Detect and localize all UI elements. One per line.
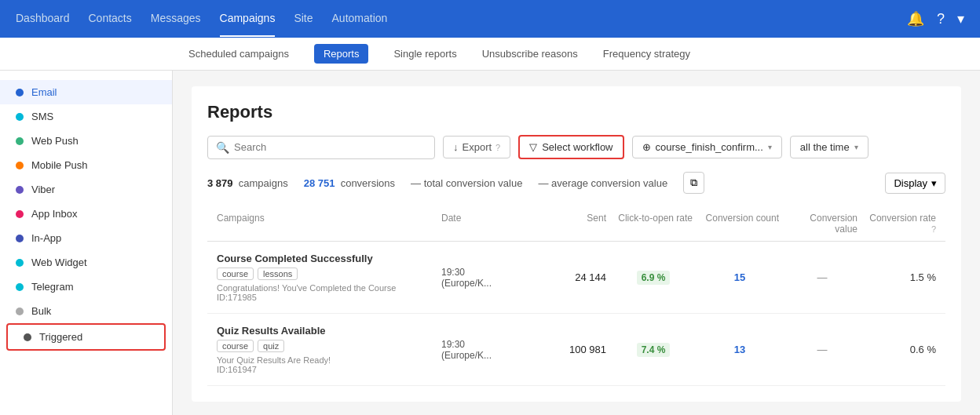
subnav-reports[interactable]: Reports [314, 44, 369, 64]
sidebar-item-webpush[interactable]: Web Push [0, 129, 172, 153]
nav-campaigns[interactable]: Campaigns [220, 1, 276, 37]
col-date: Date [441, 213, 536, 235]
tag-quiz: quiz [258, 340, 284, 352]
bell-icon[interactable]: 🔔 [907, 10, 924, 27]
col-sent: Sent [543, 213, 606, 235]
page-title: Reports [207, 102, 945, 122]
average-conversion-label: — average conversion value [538, 177, 667, 189]
campaign-tags: course lessons [217, 268, 433, 280]
nav-messages[interactable]: Messages [151, 1, 201, 37]
col-campaigns: Campaigns [217, 213, 433, 235]
select-workflow-label: Select workflow [542, 141, 612, 153]
campaign-click-rate: 6.9 % [614, 271, 693, 283]
click-rate-badge: 7.4 % [637, 343, 671, 357]
sidebar-label-inapp: In-App [31, 232, 61, 244]
click-rate-badge: 6.9 % [637, 271, 671, 285]
help-icon[interactable]: ? [937, 11, 945, 27]
sidebar-item-mobilepush[interactable]: Mobile Push [0, 153, 172, 177]
nav-contacts[interactable]: Contacts [89, 1, 132, 37]
campaign-date: 19:30 (Europe/K... [441, 339, 536, 361]
conversion-rate-help-icon[interactable]: ? [931, 224, 936, 234]
sidebar-item-viber[interactable]: Viber [0, 177, 172, 202]
display-label: Display [894, 177, 927, 189]
tag-course: course [217, 268, 254, 280]
campaigns-number: 3 879 [207, 177, 233, 189]
search-icon: 🔍 [216, 141, 229, 154]
sidebar-label-sms: SMS [31, 111, 53, 122]
chevron-down-icon: ▾ [768, 143, 772, 151]
campaign-id: ID:161947 [217, 365, 433, 374]
export-label: Export [463, 141, 492, 153]
tag-lessons: lessons [258, 268, 298, 280]
time-range-dropdown[interactable]: all the time ▾ [790, 136, 868, 158]
display-button[interactable]: Display ▾ [885, 173, 945, 194]
col-conversion-count: Conversion count [700, 213, 779, 235]
copy-button[interactable]: ⧉ [683, 172, 704, 194]
sidebar-label-telegram: Telegram [31, 281, 73, 293]
search-box[interactable]: 🔍 [207, 136, 435, 159]
table-row[interactable]: Quiz Results Available course quiz Your … [207, 314, 945, 386]
time-range-value: all the time [800, 141, 850, 153]
appinbox-dot [16, 210, 24, 218]
export-button[interactable]: ↓ Export ? [443, 136, 510, 158]
sidebar: Email SMS Web Push Mobile Push Viber App… [0, 71, 173, 415]
subnav-unsubscribe[interactable]: Unsubscribe reasons [482, 38, 578, 69]
sidebar-label-appinbox: App Inbox [31, 208, 78, 220]
top-nav-links: Dashboard Contacts Messages Campaigns Si… [16, 1, 387, 37]
sidebar-item-bulk[interactable]: Bulk [0, 299, 172, 323]
sidebar-item-webwidget[interactable]: Web Widget [0, 250, 172, 275]
campaign-conversion-count: 13 [700, 344, 779, 355]
content-panel: Reports 🔍 ↓ Export ? ▽ Select workflow [192, 86, 961, 402]
sidebar-item-telegram[interactable]: Telegram [0, 275, 172, 299]
sidebar-label-webpush: Web Push [31, 135, 79, 147]
chevron-down-icon[interactable]: ▾ [957, 10, 964, 27]
target-icon: ⊕ [642, 141, 651, 153]
stats-row: 3 879 campaigns 28 751 conversions — tot… [207, 172, 945, 194]
sidebar-label-bulk: Bulk [31, 305, 51, 317]
subnav-single-reports[interactable]: Single reports [393, 38, 456, 69]
subnav-scheduled[interactable]: Scheduled campaigns [188, 38, 289, 69]
workflow-filter-dropdown[interactable]: ⊕ course_finish_confirm... ▾ [632, 136, 782, 158]
subnav-frequency[interactable]: Frequency strategy [603, 38, 690, 69]
campaign-sent: 24 144 [543, 271, 606, 283]
main-layout: Email SMS Web Push Mobile Push Viber App… [0, 71, 980, 415]
campaign-info: Quiz Results Available course quiz Your … [217, 325, 433, 374]
campaign-conversion-value: — [787, 271, 858, 283]
nav-automation[interactable]: Automation [332, 1, 388, 37]
search-input[interactable] [234, 141, 426, 153]
filter-icon: ▽ [529, 141, 537, 153]
sidebar-label-webwidget: Web Widget [31, 257, 87, 268]
sidebar-item-inapp[interactable]: In-App [0, 226, 172, 250]
campaign-date: 19:30 (Europe/K... [441, 267, 536, 289]
sidebar-item-sms[interactable]: SMS [0, 104, 172, 129]
select-workflow-button[interactable]: ▽ Select workflow [518, 135, 623, 159]
tag-course: course [217, 340, 254, 352]
triggered-dot [24, 333, 31, 341]
sidebar-item-email[interactable]: Email [0, 80, 172, 104]
campaigns-count: 3 879 campaigns [207, 177, 288, 189]
time-chevron-icon: ▾ [854, 143, 858, 151]
top-navigation: Dashboard Contacts Messages Campaigns Si… [0, 0, 980, 38]
campaign-name: Quiz Results Available [217, 325, 433, 337]
campaign-tags: course quiz [217, 340, 433, 352]
sidebar-item-triggered[interactable]: Triggered [8, 325, 164, 349]
top-nav-actions: 🔔 ? ▾ [907, 10, 964, 27]
campaign-name: Course Completed Successfully [217, 253, 433, 264]
campaign-id: ID:171985 [217, 293, 433, 302]
sidebar-label-viber: Viber [31, 184, 55, 195]
table-row[interactable]: Course Completed Successfully course les… [207, 242, 945, 314]
webpush-dot [16, 137, 24, 145]
sidebar-item-appinbox[interactable]: App Inbox [0, 202, 172, 226]
export-help-icon: ? [495, 143, 500, 152]
nav-dashboard[interactable]: Dashboard [16, 1, 70, 37]
display-chevron-icon: ▾ [931, 177, 937, 189]
total-conversion-label: — total conversion value [411, 177, 522, 189]
nav-site[interactable]: Site [294, 1, 313, 37]
col-conversion-rate: Conversion rate ? [865, 213, 936, 235]
sms-dot [16, 113, 24, 121]
campaign-sent: 100 981 [543, 344, 606, 355]
campaign-info: Course Completed Successfully course les… [217, 253, 433, 302]
webwidget-dot [16, 259, 24, 267]
campaign-description: Congratulations! You've Completed the Co… [217, 283, 433, 293]
campaign-conversion-rate: 0.6 % [865, 344, 936, 355]
